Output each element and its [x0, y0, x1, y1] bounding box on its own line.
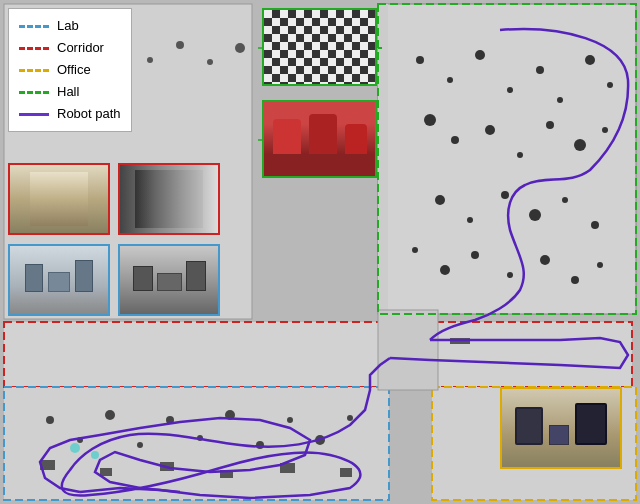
svg-point-52 — [91, 451, 99, 459]
svg-point-5 — [507, 87, 513, 93]
lab-line-icon — [19, 25, 49, 28]
svg-point-19 — [501, 191, 509, 199]
svg-point-21 — [562, 197, 568, 203]
legend-robot-path-label: Robot path — [57, 103, 121, 125]
svg-point-9 — [607, 82, 613, 88]
svg-point-24 — [440, 265, 450, 275]
svg-point-26 — [507, 272, 513, 278]
svg-point-8 — [585, 55, 595, 65]
svg-point-11 — [451, 136, 459, 144]
svg-point-6 — [536, 66, 544, 74]
svg-point-29 — [597, 262, 603, 268]
photo-corridor1 — [8, 163, 110, 235]
svg-rect-30 — [4, 322, 632, 387]
legend-hall-label: Hall — [57, 81, 79, 103]
svg-point-34 — [46, 416, 54, 424]
svg-point-22 — [591, 221, 599, 229]
svg-rect-1 — [378, 4, 636, 314]
svg-point-27 — [540, 255, 550, 265]
svg-point-17 — [435, 195, 445, 205]
photo-lab1 — [8, 244, 110, 316]
svg-point-61 — [147, 57, 153, 63]
svg-point-13 — [517, 152, 523, 158]
office-line-icon — [19, 69, 49, 72]
legend-item-robot-path: Robot path — [19, 103, 121, 125]
legend-lab-label: Lab — [57, 15, 79, 37]
svg-point-2 — [416, 56, 424, 64]
svg-point-10 — [424, 114, 436, 126]
photo-chess — [262, 8, 377, 86]
svg-rect-50 — [340, 468, 352, 477]
svg-point-12 — [485, 125, 495, 135]
photo-red-chairs — [262, 100, 377, 178]
svg-point-3 — [447, 77, 453, 83]
photo-corridor2 — [118, 163, 220, 235]
legend-office-label: Office — [57, 59, 91, 81]
photo-lab2 — [118, 244, 220, 316]
legend-item-corridor: Corridor — [19, 37, 121, 59]
svg-rect-55 — [378, 310, 438, 390]
svg-rect-54 — [378, 4, 388, 324]
legend: Lab Corridor Office Hall Robot path — [8, 8, 132, 132]
hall-line-icon — [19, 91, 49, 94]
svg-point-36 — [105, 410, 115, 420]
svg-point-4 — [475, 50, 485, 60]
legend-item-office: Office — [19, 59, 121, 81]
legend-item-hall: Hall — [19, 81, 121, 103]
svg-point-28 — [571, 276, 579, 284]
svg-point-42 — [287, 417, 293, 423]
legend-corridor-label: Corridor — [57, 37, 104, 59]
svg-point-63 — [207, 59, 213, 65]
svg-point-51 — [70, 443, 80, 453]
legend-item-lab: Lab — [19, 15, 121, 37]
svg-point-18 — [467, 217, 473, 223]
photo-office — [500, 387, 622, 469]
svg-point-20 — [529, 209, 541, 221]
svg-point-16 — [602, 127, 608, 133]
svg-point-15 — [574, 139, 586, 151]
svg-rect-46 — [100, 468, 112, 476]
svg-point-14 — [546, 121, 554, 129]
corridor-line-icon — [19, 47, 49, 50]
svg-point-44 — [347, 415, 353, 421]
svg-point-25 — [471, 251, 479, 259]
main-container: Lab Corridor Office Hall Robot path — [0, 0, 640, 504]
svg-point-62 — [176, 41, 184, 49]
svg-point-7 — [557, 97, 563, 103]
svg-point-23 — [412, 247, 418, 253]
robot-path-line-icon — [19, 113, 49, 116]
svg-point-37 — [137, 442, 143, 448]
svg-point-64 — [235, 43, 245, 53]
